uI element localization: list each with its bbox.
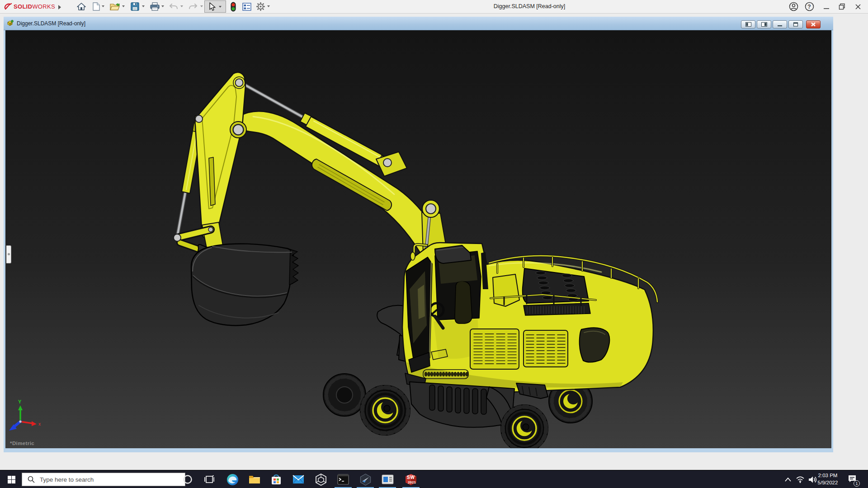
undo-icon [169,3,178,10]
doc-minimize-icon [777,23,783,27]
taskbar: SW 2021 2:03 PM 5/9/2022 [0,470,868,488]
help-button[interactable]: ? [802,1,816,12]
taskbar-app-edge[interactable] [222,470,243,488]
home-icon [77,3,86,11]
orientation-triad: Y x [9,399,41,431]
print-button[interactable] [149,1,160,12]
edge-icon [226,474,239,486]
account-button[interactable] [787,1,800,12]
taskbar-app-3d-viewer[interactable] [311,470,331,488]
doc-close-button[interactable] [806,20,821,28]
open-icon [110,3,120,11]
notification-badge: 1 [854,480,860,487]
brand-solid: SOLID [14,3,32,10]
save-button[interactable] [129,1,141,12]
windows-start-icon [8,476,15,483]
solidworks-logo-icon [4,2,14,10]
document-title: Digger.SLDASM [Read-only] [17,20,85,27]
solidworks-logo[interactable]: SOLIDWORKS [4,2,55,10]
undo-button[interactable] [168,1,179,12]
taskbar-app-cad-assistant[interactable] [355,470,376,488]
triad-y-label: Y [18,399,22,404]
rebuild-button[interactable] [227,1,239,12]
save-dropdown[interactable] [142,5,145,7]
taskbar-clock[interactable]: 2:03 PM 5/9/2022 [814,472,842,486]
left-pane-icon [745,22,751,27]
taskbar-app-mail[interactable] [288,470,309,488]
assembly-icon [6,19,14,27]
tray-expand-button[interactable] [782,470,794,488]
featuremanager-collapsed-tab[interactable] [6,245,11,263]
save-icon [131,2,139,11]
document-window: Digger.SLDASM [Read-only] [4,17,833,452]
minimize-icon [823,4,830,10]
close-icon [855,4,861,10]
settings-dropdown[interactable] [267,5,270,7]
search-icon [28,476,35,483]
open-dropdown[interactable] [122,5,125,7]
wifi-button[interactable] [794,470,807,488]
select-cursor-icon [208,2,216,11]
options-form-button[interactable] [241,1,253,12]
file-explorer-icon [249,474,260,484]
clock-time: 2:03 PM [814,472,842,479]
taskbar-app-store[interactable] [266,470,287,488]
taskbar-app-command-prompt[interactable] [333,470,354,488]
close-button[interactable] [851,1,865,12]
gear-icon [256,2,265,11]
far-left-wheel [323,374,366,416]
document-titlebar[interactable]: Digger.SLDASM [Read-only] [4,17,833,30]
print-dropdown[interactable] [161,5,164,7]
select-tool-button[interactable] [204,0,226,13]
redo-button[interactable] [187,1,199,12]
taskbar-app-file-explorer[interactable] [244,470,265,488]
restore-button[interactable] [835,1,849,12]
open-button[interactable] [109,1,121,12]
restore-icon [839,3,845,10]
doc-close-icon [811,22,816,27]
doc-minimize-button[interactable] [773,20,787,28]
taskbar-app-reader[interactable] [377,470,398,488]
select-tool-dropdown[interactable] [219,6,222,8]
new-document-dropdown[interactable] [102,5,104,7]
task-view-button[interactable] [199,470,220,488]
options-form-icon [242,3,251,11]
doc-restore-button[interactable] [788,20,803,28]
taskbar-search[interactable] [22,473,185,486]
doc-restore-icon [793,22,798,27]
settings-button[interactable] [255,1,266,12]
show-right-pane-button[interactable] [757,20,771,28]
notification-center-button[interactable]: 1 [844,470,860,488]
solidworks-2021-icon: SW 2021 [405,474,417,486]
search-input[interactable] [39,476,167,483]
screen: { "app": { "brand": {"solid": "SOLID", "… [0,0,868,488]
task-view-icon [204,475,214,484]
cortana-button[interactable] [177,470,198,488]
menu-flyout-chevron[interactable] [58,4,61,12]
redo-icon [189,3,198,10]
show-left-pane-button[interactable] [741,20,755,28]
chevron-up-icon [785,478,791,482]
undo-dropdown[interactable] [180,5,183,7]
store-icon [271,474,282,485]
triad-x-label: x [38,422,41,427]
print-icon [150,2,160,11]
orientation-label: *Dimetric [10,441,34,446]
excavator-3d-model[interactable]: Y x [5,30,831,448]
new-document-button[interactable] [90,1,102,12]
cad-assistant-icon [359,474,372,486]
graphics-viewport[interactable]: Y x *Dimetric [5,30,831,448]
mail-icon [292,475,304,484]
near-left-wheel [360,385,410,435]
main-titlebar: SOLIDWORKS [0,0,868,14]
new-document-icon [93,2,100,11]
start-button[interactable] [1,470,22,488]
rebuild-traffic-light-icon [231,2,236,12]
app-title: Digger.SLDASM [Read-only] [470,3,589,9]
redo-dropdown[interactable] [200,5,203,7]
minimize-button[interactable] [820,1,833,12]
taskbar-app-solidworks-2021[interactable]: SW 2021 [401,470,421,488]
help-glyph: ? [807,4,811,10]
near-right-wheel [501,405,548,448]
home-button[interactable] [75,1,87,12]
